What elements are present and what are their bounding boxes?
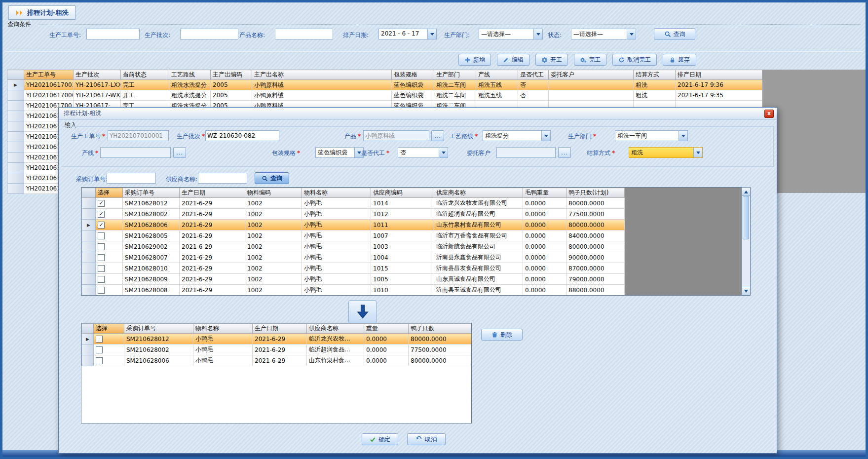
- checkbox-cell[interactable]: ✓: [96, 209, 123, 220]
- table-row[interactable]: SM2106290022021-6-291002小鸭毛1003临沂新航食品有限公…: [82, 241, 625, 252]
- dept-select[interactable]: —请选择—: [479, 29, 543, 39]
- row-selector[interactable]: [82, 209, 96, 220]
- chevron-down-icon[interactable]: [541, 131, 550, 141]
- dlg-batch-input[interactable]: [205, 130, 279, 141]
- table-row[interactable]: SM2106280092021-6-291002小鸭毛1005山东真诚食品有限公…: [82, 274, 625, 285]
- column-header[interactable]: 结算方式: [634, 70, 676, 80]
- column-header[interactable]: 物料名称: [302, 188, 371, 198]
- column-header[interactable]: 物料编码: [245, 188, 302, 198]
- column-header[interactable]: 采购订单号: [123, 188, 180, 198]
- column-header[interactable]: 供应商编码: [371, 188, 434, 198]
- table-row[interactable]: ▶SM210628012小鸭毛2021-6-29临沂龙兴农牧...0.00008…: [82, 334, 472, 344]
- row-checkbox[interactable]: [98, 287, 105, 294]
- row-selector[interactable]: ▶: [82, 220, 96, 230]
- row-selector[interactable]: [7, 153, 24, 163]
- chevron-down-icon[interactable]: [627, 29, 636, 39]
- row-selector[interactable]: [7, 101, 24, 111]
- column-header[interactable]: 鸭子只数: [409, 324, 472, 334]
- column-header[interactable]: 产线: [476, 70, 518, 80]
- line-browse-button[interactable]: ...: [173, 147, 186, 158]
- table-row[interactable]: SM2106280052021-6-291002小鸭毛1007临沂市万香斋食品有…: [82, 230, 625, 241]
- chevron-down-icon[interactable]: [439, 148, 448, 157]
- cancel-finish-button[interactable]: 取消完工: [612, 54, 657, 66]
- edit-button[interactable]: 编辑: [497, 54, 529, 66]
- column-header[interactable]: 排产日期: [676, 70, 762, 80]
- cancel-button[interactable]: 取消: [407, 433, 446, 445]
- row-checkbox[interactable]: ✓: [98, 200, 105, 207]
- transfer-down-button[interactable]: [348, 300, 377, 324]
- close-icon[interactable]: x: [764, 110, 774, 118]
- checkbox-cell[interactable]: [96, 274, 123, 285]
- delete-button[interactable]: 删除: [481, 329, 523, 341]
- dlg-outsourced-select[interactable]: 否: [398, 147, 448, 158]
- row-checkbox[interactable]: [98, 265, 105, 272]
- row-selector[interactable]: [82, 344, 94, 355]
- chevron-down-icon[interactable]: [533, 29, 542, 39]
- row-selector[interactable]: [82, 198, 96, 209]
- column-header[interactable]: 主产出编码: [211, 70, 252, 80]
- scroll-down-icon[interactable]: [742, 287, 750, 295]
- table-row[interactable]: ▶✓SM2106280062021-6-291002小鸭毛1011山东竹泉村食品…: [82, 220, 625, 230]
- row-checkbox[interactable]: [96, 346, 103, 353]
- add-button[interactable]: 新增: [458, 54, 491, 66]
- batch-input[interactable]: [180, 29, 238, 39]
- column-header[interactable]: 生产日期: [180, 188, 245, 198]
- row-selector[interactable]: [7, 173, 24, 184]
- dialog-titlebar[interactable]: 排程计划-粗洗: [59, 108, 777, 119]
- column-header[interactable]: 选择: [94, 324, 124, 334]
- table-row[interactable]: YH202106170009YH-210617-WXZ928开工粗洗水洗提分20…: [7, 90, 762, 101]
- row-checkbox[interactable]: ✓: [98, 211, 105, 218]
- table-row[interactable]: ✓SM2106280122021-6-291002小鸭毛1014临沂龙兴农牧发展…: [82, 198, 625, 209]
- row-selector-header[interactable]: [7, 70, 24, 80]
- start-work-button[interactable]: 开工: [535, 54, 568, 66]
- purchase-orders-table[interactable]: 选择 采购订单号 生产日期 物料编码 物料名称 供应商编码 供应商名称 毛鸭重量…: [81, 188, 625, 296]
- row-selector[interactable]: [7, 111, 24, 121]
- table-row[interactable]: SM210628002小鸭毛2021-6-29临沂超润食品...0.000077…: [82, 344, 472, 355]
- chevron-down-icon[interactable]: [427, 29, 436, 39]
- status-select[interactable]: —请选择—: [571, 29, 636, 39]
- column-header[interactable]: 生产日期: [253, 324, 307, 334]
- work-order-input[interactable]: [86, 29, 140, 39]
- finish-work-button[interactable]: 完工: [574, 54, 606, 66]
- table-row[interactable]: SM2106280072021-6-291002小鸭毛1004沂南县永鑫食品有限…: [82, 252, 625, 263]
- dlg-settlement-select[interactable]: 粗洗: [629, 147, 703, 158]
- checkbox-cell[interactable]: ✓: [96, 198, 123, 209]
- row-checkbox[interactable]: [96, 336, 103, 343]
- row-selector-header[interactable]: [82, 324, 94, 334]
- checkbox-cell[interactable]: [96, 263, 123, 274]
- column-header[interactable]: 工艺路线: [169, 70, 211, 80]
- row-selector[interactable]: [82, 274, 96, 285]
- checkbox-cell[interactable]: [96, 252, 123, 263]
- table-row[interactable]: SM2106280102021-6-291002小鸭毛1015沂南县昌发食品有限…: [82, 263, 625, 274]
- column-header[interactable]: 物料名称: [193, 324, 253, 334]
- row-selector-header[interactable]: [82, 188, 96, 198]
- product-browse-button[interactable]: ...: [431, 130, 444, 141]
- dlg-route-select[interactable]: 粗洗提分: [483, 130, 551, 141]
- checkbox-cell[interactable]: [94, 355, 124, 366]
- po-number-input[interactable]: [107, 173, 156, 184]
- row-selector[interactable]: [82, 230, 96, 241]
- scrollbar-thumb[interactable]: [743, 196, 749, 239]
- column-header[interactable]: 包装规格: [392, 70, 434, 80]
- selected-orders-table[interactable]: 选择 采购订单号 物料名称 生产日期 供应商名称 重量 鸭子只数 ▶SM2106…: [81, 323, 472, 366]
- schedule-date-select[interactable]: 2021 - 6 - 17: [378, 29, 437, 39]
- row-checkbox[interactable]: [98, 243, 105, 250]
- vertical-scrollbar[interactable]: [742, 188, 750, 295]
- column-header[interactable]: 委托客户: [549, 70, 634, 80]
- dlg-package-select[interactable]: 蓝色编织袋: [315, 147, 364, 158]
- checkbox-cell[interactable]: [96, 285, 123, 296]
- row-selector[interactable]: [82, 252, 96, 263]
- column-header[interactable]: 是否代工: [518, 70, 549, 80]
- row-selector[interactable]: [7, 132, 24, 142]
- checkbox-cell[interactable]: [96, 241, 123, 252]
- row-selector[interactable]: ▶: [7, 80, 24, 90]
- column-header[interactable]: 主产出名称: [252, 70, 392, 80]
- ok-button[interactable]: 确定: [362, 433, 398, 445]
- chevron-down-icon[interactable]: [679, 131, 687, 141]
- scroll-up-icon[interactable]: [742, 188, 750, 196]
- column-header[interactable]: 生产部门: [434, 70, 476, 80]
- column-header[interactable]: 重量: [364, 324, 409, 334]
- row-checkbox[interactable]: [96, 357, 103, 364]
- column-header[interactable]: 供应商名称: [307, 324, 364, 334]
- supplier-name-input[interactable]: [198, 173, 247, 184]
